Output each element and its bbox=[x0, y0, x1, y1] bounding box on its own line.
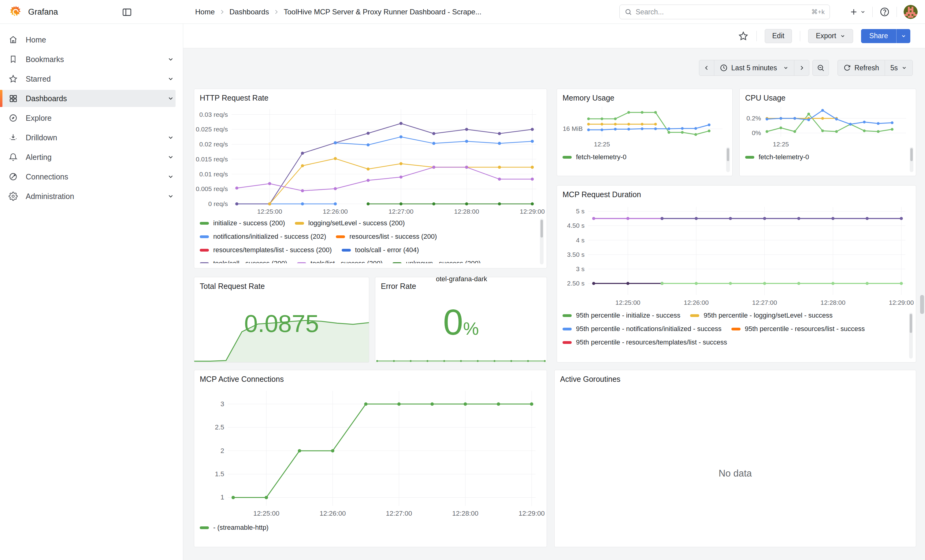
star-dashboard-button[interactable] bbox=[738, 31, 749, 41]
sidebar-item-connections[interactable]: Connections bbox=[0, 168, 183, 185]
time-controls: Last 5 minutes Refresh 5s bbox=[699, 60, 913, 76]
legend-swatch-icon bbox=[200, 236, 209, 238]
refresh-interval-select[interactable]: 5s bbox=[884, 60, 913, 76]
legend-item[interactable]: fetch-telemetry-0 bbox=[745, 153, 809, 161]
legend-item[interactable]: 95th percentile - notifications/initiali… bbox=[562, 325, 722, 333]
svg-text:0%: 0% bbox=[752, 129, 761, 136]
sidebar-item-bookmarks[interactable]: Bookmarks bbox=[0, 51, 183, 68]
sidebar-item-home[interactable]: Home bbox=[0, 31, 183, 48]
panel-title[interactable]: Error Rate bbox=[381, 281, 416, 291]
legend-item[interactable]: 95th percentile - resources/templates/li… bbox=[562, 338, 727, 346]
breadcrumb-home[interactable]: Home bbox=[195, 8, 215, 16]
brand-name[interactable]: Grafana bbox=[28, 8, 58, 17]
http-legend: initialize - success (200)logging/setLev… bbox=[200, 219, 506, 263]
chevron-down-icon[interactable] bbox=[164, 150, 178, 164]
legend-label: resources/templates/list - success (200) bbox=[213, 246, 332, 254]
legend-item[interactable]: tools/call - error (404) bbox=[342, 246, 419, 254]
share-menu-chevron-icon[interactable] bbox=[896, 29, 910, 43]
legend-item[interactable]: fetch-telemetry-0 bbox=[562, 153, 627, 161]
avatar[interactable] bbox=[904, 5, 917, 19]
svg-text:1.5: 1.5 bbox=[215, 470, 224, 478]
http-request-rate-chart[interactable]: 12:25:0012:26:0012:27:0012:28:0012:29:00… bbox=[200, 105, 541, 217]
sidebar-item-starred[interactable]: Starred bbox=[0, 70, 183, 87]
legend-item[interactable]: tools/call - success (200) bbox=[200, 260, 287, 263]
chevron-down-icon[interactable] bbox=[164, 72, 178, 86]
chevron-down-icon bbox=[840, 33, 845, 39]
legend-item[interactable]: initialize - success (200) bbox=[200, 219, 285, 227]
divider bbox=[872, 7, 873, 17]
panel-title[interactable]: Memory Usage bbox=[562, 93, 615, 103]
legend-swatch-icon bbox=[562, 314, 572, 317]
svg-text:3.50 s: 3.50 s bbox=[567, 251, 585, 258]
legend-item[interactable]: resources/templates/list - success (200) bbox=[200, 246, 332, 254]
legend-scrollbar[interactable] bbox=[910, 147, 913, 172]
sidebar-item-explore[interactable]: Explore bbox=[0, 110, 183, 126]
chevron-down-icon[interactable] bbox=[164, 53, 178, 66]
memory-usage-chart[interactable]: 12:2516 MiB bbox=[562, 103, 727, 148]
mcp-request-duration-chart[interactable]: 12:25:0012:26:0012:27:0012:28:0012:29:00… bbox=[562, 202, 910, 309]
chevron-down-icon[interactable] bbox=[164, 92, 178, 105]
time-forward-button[interactable] bbox=[794, 60, 809, 76]
legend-item[interactable]: 95th percentile - resources/list - succe… bbox=[731, 325, 865, 333]
legend-item[interactable]: resources/list - success (200) bbox=[336, 233, 437, 240]
chevron-down-icon[interactable] bbox=[164, 170, 178, 183]
share-button[interactable]: Share bbox=[861, 29, 896, 43]
chevron-down-icon[interactable] bbox=[164, 189, 178, 203]
svg-text:12:27:00: 12:27:00 bbox=[386, 510, 412, 517]
legend-scrollbar[interactable] bbox=[726, 147, 730, 172]
refresh-button[interactable]: Refresh bbox=[838, 60, 885, 76]
svg-text:2.50 s: 2.50 s bbox=[567, 280, 585, 287]
window-scrollbar[interactable] bbox=[920, 295, 924, 314]
stat-value: 0.0875 bbox=[194, 311, 369, 336]
svg-text:12:26:00: 12:26:00 bbox=[323, 208, 348, 215]
legend-item[interactable]: notifications/initialized - success (202… bbox=[200, 233, 326, 240]
cpu-usage-chart[interactable]: 12:250.2%0% bbox=[745, 103, 910, 148]
svg-text:0.005 req/s: 0.005 req/s bbox=[196, 185, 228, 192]
panel-title[interactable]: HTTP Request Rate bbox=[200, 93, 268, 103]
panel-memory-usage: Memory Usage 12:2516 MiB fetch-telemetry… bbox=[557, 89, 732, 176]
panel-total-request-rate: Total Request Rate 0.0875 bbox=[194, 277, 369, 363]
breadcrumb: Home Dashboards ToolHive MCP Server & Pr… bbox=[195, 0, 482, 24]
refresh-icon bbox=[843, 64, 851, 72]
legend-item[interactable]: tools/list - success (200) bbox=[297, 260, 383, 263]
sidebar-toggle-icon[interactable] bbox=[121, 6, 133, 18]
panel-title[interactable]: MCP Request Duration bbox=[562, 189, 641, 200]
dashboard-toolbar: Edit Export Share bbox=[183, 24, 925, 48]
legend-label: 95th percentile - logging/setLevel - suc… bbox=[704, 311, 833, 320]
help-icon[interactable] bbox=[880, 7, 890, 17]
chevron-down-icon[interactable] bbox=[164, 131, 178, 144]
panel-title[interactable]: Total Request Rate bbox=[200, 281, 265, 291]
sidebar-item-alerting[interactable]: Alerting bbox=[0, 149, 183, 166]
grafana-logo-icon[interactable] bbox=[9, 5, 23, 19]
zoom-out-icon[interactable] bbox=[812, 60, 829, 76]
legend-swatch-icon bbox=[562, 341, 572, 344]
legend-scrollbar[interactable] bbox=[540, 219, 544, 264]
search-input[interactable]: Search... ⌘+k bbox=[619, 5, 830, 19]
breadcrumb-dashboards[interactable]: Dashboards bbox=[229, 8, 269, 16]
svg-text:12:29:00: 12:29:00 bbox=[520, 208, 545, 215]
error-rate-sparkline[interactable] bbox=[375, 356, 547, 362]
legend-item[interactable]: - (streamable-http) bbox=[200, 524, 268, 531]
panel-title[interactable]: CPU Usage bbox=[745, 93, 785, 103]
svg-text:12:27:00: 12:27:00 bbox=[752, 299, 777, 306]
add-new-button[interactable] bbox=[849, 8, 866, 17]
legend-item[interactable]: unknown - success (200) bbox=[392, 260, 481, 263]
panel-title[interactable]: MCP Active Connections bbox=[200, 374, 284, 384]
dashboard-canvas: Last 5 minutes Refresh 5s HTTP Request R… bbox=[183, 48, 925, 560]
mcp-active-connections-chart[interactable]: 12:25:0012:26:0012:27:0012:28:0012:29:00… bbox=[200, 386, 541, 521]
legend-label: notifications/initialized - success (202… bbox=[213, 233, 326, 240]
svg-text:2.5: 2.5 bbox=[215, 423, 224, 431]
sidebar-item-drilldown[interactable]: Drilldown bbox=[0, 129, 183, 146]
sidebar-item-administration[interactable]: Administration bbox=[0, 188, 183, 205]
legend-scrollbar[interactable] bbox=[909, 313, 913, 359]
legend-item[interactable]: 95th percentile - logging/setLevel - suc… bbox=[690, 311, 833, 320]
legend-item[interactable]: 95th percentile - initialize - success bbox=[562, 311, 680, 320]
panel-title[interactable]: Active Goroutines bbox=[560, 374, 620, 384]
sidebar-item-dashboards[interactable]: Dashboards bbox=[0, 90, 183, 107]
legend-item[interactable]: logging/setLevel - success (200) bbox=[295, 219, 405, 227]
time-range-picker[interactable]: Last 5 minutes bbox=[714, 60, 795, 76]
edit-button[interactable]: Edit bbox=[765, 29, 792, 43]
svg-text:12:26:00: 12:26:00 bbox=[319, 510, 346, 517]
time-back-button[interactable] bbox=[699, 60, 714, 76]
export-button[interactable]: Export bbox=[808, 29, 853, 43]
